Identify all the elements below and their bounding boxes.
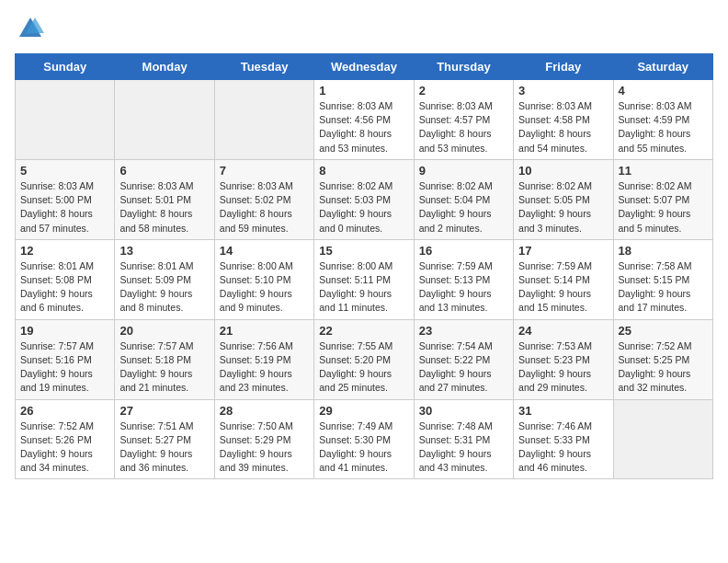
weekday-header: Friday	[514, 54, 613, 80]
calendar-cell: 26Sunrise: 7:52 AM Sunset: 5:26 PM Dayli…	[16, 399, 115, 479]
day-number: 30	[419, 404, 508, 418]
day-info: Sunrise: 7:52 AM Sunset: 5:25 PM Dayligh…	[619, 339, 708, 396]
logo	[15, 15, 44, 42]
weekday-header: Monday	[115, 54, 214, 80]
calendar-cell: 4Sunrise: 8:03 AM Sunset: 4:59 PM Daylig…	[613, 80, 712, 160]
calendar-cell: 24Sunrise: 7:53 AM Sunset: 5:23 PM Dayli…	[514, 319, 613, 399]
day-number: 3	[518, 84, 608, 98]
day-number: 14	[220, 244, 309, 258]
day-info: Sunrise: 8:03 AM Sunset: 5:01 PM Dayligh…	[119, 179, 209, 236]
day-number: 2	[419, 84, 508, 98]
calendar-cell: 22Sunrise: 7:55 AM Sunset: 5:20 PM Dayli…	[314, 319, 414, 399]
calendar-cell: 17Sunrise: 7:59 AM Sunset: 5:14 PM Dayli…	[514, 239, 613, 319]
day-number: 21	[220, 324, 309, 338]
calendar-cell: 11Sunrise: 8:02 AM Sunset: 5:07 PM Dayli…	[613, 159, 712, 239]
day-number: 22	[319, 324, 408, 338]
calendar-cell: 19Sunrise: 7:57 AM Sunset: 5:16 PM Dayli…	[16, 319, 115, 399]
day-number: 5	[20, 164, 109, 178]
weekday-header: Wednesday	[314, 54, 414, 80]
day-info: Sunrise: 7:53 AM Sunset: 5:23 PM Dayligh…	[518, 339, 608, 396]
day-info: Sunrise: 8:01 AM Sunset: 5:09 PM Dayligh…	[119, 259, 209, 316]
day-number: 13	[119, 244, 209, 258]
calendar-cell: 23Sunrise: 7:54 AM Sunset: 5:22 PM Dayli…	[414, 319, 513, 399]
calendar-cell: 15Sunrise: 8:00 AM Sunset: 5:11 PM Dayli…	[314, 239, 414, 319]
calendar-cell	[613, 399, 712, 479]
day-number: 1	[319, 84, 408, 98]
day-info: Sunrise: 7:51 AM Sunset: 5:27 PM Dayligh…	[119, 419, 209, 476]
weekday-header: Saturday	[613, 54, 712, 80]
calendar-cell: 30Sunrise: 7:48 AM Sunset: 5:31 PM Dayli…	[414, 399, 513, 479]
day-info: Sunrise: 7:54 AM Sunset: 5:22 PM Dayligh…	[419, 339, 508, 396]
calendar-cell: 2Sunrise: 8:03 AM Sunset: 4:57 PM Daylig…	[414, 80, 513, 160]
calendar-cell: 9Sunrise: 8:02 AM Sunset: 5:04 PM Daylig…	[414, 159, 513, 239]
day-info: Sunrise: 8:03 AM Sunset: 5:00 PM Dayligh…	[20, 179, 109, 236]
day-number: 10	[518, 164, 608, 178]
day-info: Sunrise: 8:03 AM Sunset: 4:59 PM Dayligh…	[619, 99, 708, 155]
calendar-cell	[214, 80, 313, 160]
day-info: Sunrise: 8:02 AM Sunset: 5:03 PM Dayligh…	[319, 179, 408, 236]
day-number: 26	[20, 404, 109, 418]
calendar-cell: 7Sunrise: 8:03 AM Sunset: 5:02 PM Daylig…	[214, 159, 313, 239]
day-number: 29	[319, 404, 408, 418]
calendar-cell	[115, 80, 214, 160]
calendar-cell: 20Sunrise: 7:57 AM Sunset: 5:18 PM Dayli…	[115, 319, 214, 399]
calendar-header: SundayMondayTuesdayWednesdayThursdayFrid…	[16, 54, 713, 80]
calendar-cell: 14Sunrise: 8:00 AM Sunset: 5:10 PM Dayli…	[214, 239, 313, 319]
calendar-cell: 3Sunrise: 8:03 AM Sunset: 4:58 PM Daylig…	[514, 80, 613, 160]
day-info: Sunrise: 7:56 AM Sunset: 5:19 PM Dayligh…	[220, 339, 309, 396]
day-number: 15	[319, 244, 408, 258]
calendar-cell: 25Sunrise: 7:52 AM Sunset: 5:25 PM Dayli…	[613, 319, 712, 399]
calendar-cell: 6Sunrise: 8:03 AM Sunset: 5:01 PM Daylig…	[115, 159, 214, 239]
day-info: Sunrise: 7:57 AM Sunset: 5:18 PM Dayligh…	[119, 339, 209, 396]
calendar-cell	[16, 80, 115, 160]
day-info: Sunrise: 7:50 AM Sunset: 5:29 PM Dayligh…	[220, 419, 309, 476]
calendar-cell: 13Sunrise: 8:01 AM Sunset: 5:09 PM Dayli…	[115, 239, 214, 319]
day-info: Sunrise: 8:01 AM Sunset: 5:08 PM Dayligh…	[20, 259, 109, 316]
day-number: 27	[119, 404, 209, 418]
day-number: 23	[419, 324, 508, 338]
day-info: Sunrise: 7:58 AM Sunset: 5:15 PM Dayligh…	[619, 259, 708, 316]
day-number: 11	[619, 164, 708, 178]
day-number: 7	[220, 164, 309, 178]
day-info: Sunrise: 8:03 AM Sunset: 4:58 PM Dayligh…	[518, 99, 608, 155]
day-number: 4	[619, 84, 708, 98]
day-number: 12	[20, 244, 109, 258]
page-header	[15, 15, 713, 42]
calendar-cell: 16Sunrise: 7:59 AM Sunset: 5:13 PM Dayli…	[414, 239, 513, 319]
calendar-cell: 10Sunrise: 8:02 AM Sunset: 5:05 PM Dayli…	[514, 159, 613, 239]
calendar-cell: 12Sunrise: 8:01 AM Sunset: 5:08 PM Dayli…	[16, 239, 115, 319]
day-info: Sunrise: 8:00 AM Sunset: 5:11 PM Dayligh…	[319, 259, 408, 316]
calendar-cell: 5Sunrise: 8:03 AM Sunset: 5:00 PM Daylig…	[16, 159, 115, 239]
day-info: Sunrise: 7:52 AM Sunset: 5:26 PM Dayligh…	[20, 419, 109, 476]
day-info: Sunrise: 8:03 AM Sunset: 4:56 PM Dayligh…	[319, 99, 408, 155]
weekday-header: Tuesday	[214, 54, 313, 80]
day-number: 28	[220, 404, 309, 418]
calendar-cell: 29Sunrise: 7:49 AM Sunset: 5:30 PM Dayli…	[314, 399, 414, 479]
calendar-cell: 31Sunrise: 7:46 AM Sunset: 5:33 PM Dayli…	[514, 399, 613, 479]
day-info: Sunrise: 8:02 AM Sunset: 5:07 PM Dayligh…	[619, 179, 708, 236]
day-number: 16	[419, 244, 508, 258]
day-info: Sunrise: 7:59 AM Sunset: 5:14 PM Dayligh…	[518, 259, 608, 316]
day-number: 6	[119, 164, 209, 178]
day-info: Sunrise: 8:02 AM Sunset: 5:04 PM Dayligh…	[419, 179, 508, 236]
calendar-cell: 27Sunrise: 7:51 AM Sunset: 5:27 PM Dayli…	[115, 399, 214, 479]
day-number: 8	[319, 164, 408, 178]
calendar-cell: 28Sunrise: 7:50 AM Sunset: 5:29 PM Dayli…	[214, 399, 313, 479]
day-number: 20	[119, 324, 209, 338]
day-info: Sunrise: 8:03 AM Sunset: 4:57 PM Dayligh…	[419, 99, 508, 155]
calendar-cell: 1Sunrise: 8:03 AM Sunset: 4:56 PM Daylig…	[314, 80, 414, 160]
day-info: Sunrise: 7:48 AM Sunset: 5:31 PM Dayligh…	[419, 419, 508, 476]
day-info: Sunrise: 8:03 AM Sunset: 5:02 PM Dayligh…	[220, 179, 309, 236]
calendar-cell: 18Sunrise: 7:58 AM Sunset: 5:15 PM Dayli…	[613, 239, 712, 319]
day-number: 25	[619, 324, 708, 338]
day-info: Sunrise: 7:59 AM Sunset: 5:13 PM Dayligh…	[419, 259, 508, 316]
weekday-header: Sunday	[16, 54, 115, 80]
calendar-cell: 8Sunrise: 8:02 AM Sunset: 5:03 PM Daylig…	[314, 159, 414, 239]
day-number: 31	[518, 404, 608, 418]
day-info: Sunrise: 7:57 AM Sunset: 5:16 PM Dayligh…	[20, 339, 109, 396]
day-number: 17	[518, 244, 608, 258]
day-number: 24	[518, 324, 608, 338]
calendar-cell: 21Sunrise: 7:56 AM Sunset: 5:19 PM Dayli…	[214, 319, 313, 399]
day-info: Sunrise: 7:55 AM Sunset: 5:20 PM Dayligh…	[319, 339, 408, 396]
calendar-table: SundayMondayTuesdayWednesdayThursdayFrid…	[15, 53, 713, 479]
